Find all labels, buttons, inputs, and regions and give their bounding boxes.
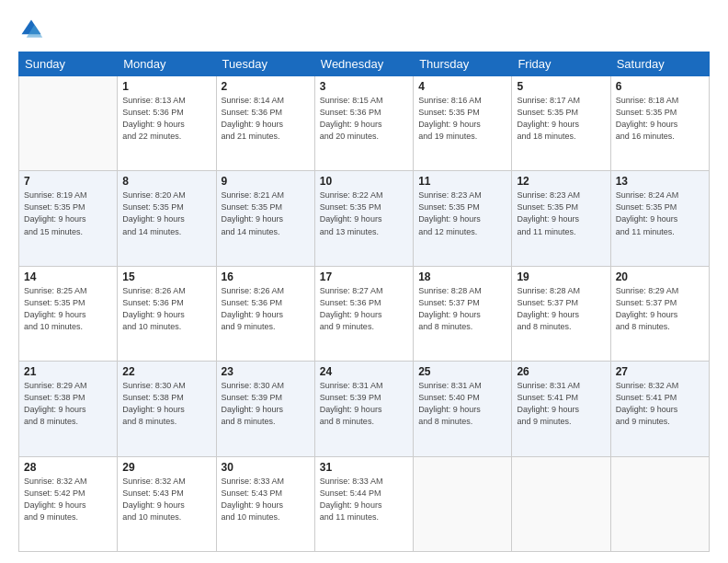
calendar-cell: 3Sunrise: 8:15 AM Sunset: 5:36 PM Daylig…: [314, 76, 413, 171]
calendar-week-row: 14Sunrise: 8:25 AM Sunset: 5:35 PM Dayli…: [19, 266, 710, 361]
calendar-week-row: 7Sunrise: 8:19 AM Sunset: 5:35 PM Daylig…: [19, 171, 710, 266]
calendar-cell: 26Sunrise: 8:31 AM Sunset: 5:41 PM Dayli…: [512, 362, 610, 456]
day-number: 28: [24, 461, 112, 474]
day-info: Sunrise: 8:30 AM Sunset: 5:39 PM Dayligh…: [222, 380, 310, 428]
calendar-cell: 21Sunrise: 8:29 AM Sunset: 5:38 PM Dayli…: [19, 362, 118, 456]
day-number: 5: [517, 80, 605, 93]
calendar-cell: 18Sunrise: 8:28 AM Sunset: 5:37 PM Dayli…: [414, 266, 512, 361]
day-info: Sunrise: 8:18 AM Sunset: 5:35 PM Dayligh…: [616, 95, 704, 143]
day-number: 20: [616, 270, 704, 283]
day-number: 3: [320, 80, 408, 93]
day-number: 22: [122, 365, 210, 378]
calendar-header-sunday: Sunday: [19, 52, 118, 76]
calendar-week-row: 28Sunrise: 8:32 AM Sunset: 5:42 PM Dayli…: [19, 456, 710, 551]
day-number: 23: [222, 365, 310, 378]
day-info: Sunrise: 8:33 AM Sunset: 5:44 PM Dayligh…: [320, 476, 408, 523]
calendar-week-row: 1Sunrise: 8:13 AM Sunset: 5:36 PM Daylig…: [19, 76, 710, 171]
day-number: 11: [418, 175, 506, 188]
calendar-cell: 24Sunrise: 8:31 AM Sunset: 5:39 PM Dayli…: [314, 362, 413, 456]
calendar-cell: 27Sunrise: 8:32 AM Sunset: 5:41 PM Dayli…: [610, 362, 709, 456]
calendar-week-row: 21Sunrise: 8:29 AM Sunset: 5:38 PM Dayli…: [19, 362, 710, 456]
calendar-cell: 13Sunrise: 8:24 AM Sunset: 5:35 PM Dayli…: [610, 171, 709, 266]
day-number: 4: [418, 80, 506, 93]
day-info: Sunrise: 8:26 AM Sunset: 5:36 PM Dayligh…: [122, 285, 210, 333]
day-number: 16: [222, 270, 310, 283]
day-info: Sunrise: 8:13 AM Sunset: 5:36 PM Dayligh…: [122, 95, 210, 143]
calendar-cell: 31Sunrise: 8:33 AM Sunset: 5:44 PM Dayli…: [314, 456, 413, 551]
calendar-cell: 15Sunrise: 8:26 AM Sunset: 5:36 PM Dayli…: [118, 266, 216, 361]
calendar-cell: 29Sunrise: 8:32 AM Sunset: 5:43 PM Dayli…: [118, 456, 216, 551]
calendar-cell: 30Sunrise: 8:33 AM Sunset: 5:43 PM Dayli…: [216, 456, 314, 551]
day-number: 24: [320, 365, 408, 378]
day-info: Sunrise: 8:24 AM Sunset: 5:35 PM Dayligh…: [616, 190, 704, 237]
calendar-cell: 14Sunrise: 8:25 AM Sunset: 5:35 PM Dayli…: [19, 266, 118, 361]
calendar-cell: 25Sunrise: 8:31 AM Sunset: 5:40 PM Dayli…: [414, 362, 512, 456]
calendar-header-thursday: Thursday: [414, 52, 512, 76]
day-info: Sunrise: 8:32 AM Sunset: 5:43 PM Dayligh…: [122, 476, 210, 523]
day-number: 29: [122, 461, 210, 474]
day-info: Sunrise: 8:25 AM Sunset: 5:35 PM Dayligh…: [24, 285, 112, 333]
logo-icon: [18, 17, 44, 42]
day-info: Sunrise: 8:31 AM Sunset: 5:40 PM Dayligh…: [418, 380, 506, 428]
calendar-header-friday: Friday: [512, 52, 610, 76]
calendar-cell: 7Sunrise: 8:19 AM Sunset: 5:35 PM Daylig…: [19, 171, 118, 266]
day-info: Sunrise: 8:23 AM Sunset: 5:35 PM Dayligh…: [418, 190, 506, 237]
day-info: Sunrise: 8:15 AM Sunset: 5:36 PM Dayligh…: [320, 95, 408, 143]
day-info: Sunrise: 8:33 AM Sunset: 5:43 PM Dayligh…: [222, 476, 310, 523]
day-info: Sunrise: 8:19 AM Sunset: 5:35 PM Dayligh…: [24, 190, 112, 237]
day-number: 26: [517, 365, 605, 378]
day-number: 17: [320, 270, 408, 283]
calendar-cell: 1Sunrise: 8:13 AM Sunset: 5:36 PM Daylig…: [118, 76, 216, 171]
calendar-cell: 28Sunrise: 8:32 AM Sunset: 5:42 PM Dayli…: [19, 456, 118, 551]
day-info: Sunrise: 8:28 AM Sunset: 5:37 PM Dayligh…: [418, 285, 506, 333]
day-info: Sunrise: 8:27 AM Sunset: 5:36 PM Dayligh…: [320, 285, 408, 333]
calendar-cell: 5Sunrise: 8:17 AM Sunset: 5:35 PM Daylig…: [512, 76, 610, 171]
calendar-cell: 16Sunrise: 8:26 AM Sunset: 5:36 PM Dayli…: [216, 266, 314, 361]
day-info: Sunrise: 8:26 AM Sunset: 5:36 PM Dayligh…: [222, 285, 310, 333]
day-info: Sunrise: 8:21 AM Sunset: 5:35 PM Dayligh…: [222, 190, 310, 237]
day-number: 1: [122, 80, 210, 93]
day-number: 21: [24, 365, 112, 378]
calendar-cell: 19Sunrise: 8:28 AM Sunset: 5:37 PM Dayli…: [512, 266, 610, 361]
day-number: 27: [616, 365, 704, 378]
day-info: Sunrise: 8:22 AM Sunset: 5:35 PM Dayligh…: [320, 190, 408, 237]
calendar-cell: 6Sunrise: 8:18 AM Sunset: 5:35 PM Daylig…: [610, 76, 709, 171]
day-number: 10: [320, 175, 408, 188]
calendar-cell: 11Sunrise: 8:23 AM Sunset: 5:35 PM Dayli…: [414, 171, 512, 266]
day-number: 14: [24, 270, 112, 283]
day-info: Sunrise: 8:20 AM Sunset: 5:35 PM Dayligh…: [122, 190, 210, 237]
day-info: Sunrise: 8:23 AM Sunset: 5:35 PM Dayligh…: [517, 190, 605, 237]
calendar-cell: 20Sunrise: 8:29 AM Sunset: 5:37 PM Dayli…: [610, 266, 709, 361]
calendar-header-saturday: Saturday: [610, 52, 709, 76]
calendar-cell: 2Sunrise: 8:14 AM Sunset: 5:36 PM Daylig…: [216, 76, 314, 171]
calendar-cell: 17Sunrise: 8:27 AM Sunset: 5:36 PM Dayli…: [314, 266, 413, 361]
header: [18, 17, 710, 42]
day-number: 2: [222, 80, 310, 93]
calendar-header-tuesday: Tuesday: [216, 52, 314, 76]
day-info: Sunrise: 8:28 AM Sunset: 5:37 PM Dayligh…: [517, 285, 605, 333]
day-info: Sunrise: 8:30 AM Sunset: 5:38 PM Dayligh…: [122, 380, 210, 428]
day-number: 30: [222, 461, 310, 474]
day-info: Sunrise: 8:32 AM Sunset: 5:41 PM Dayligh…: [616, 380, 704, 428]
day-info: Sunrise: 8:14 AM Sunset: 5:36 PM Dayligh…: [222, 95, 310, 143]
day-number: 31: [320, 461, 408, 474]
day-info: Sunrise: 8:29 AM Sunset: 5:37 PM Dayligh…: [616, 285, 704, 333]
calendar-cell: 4Sunrise: 8:16 AM Sunset: 5:35 PM Daylig…: [414, 76, 512, 171]
day-number: 7: [24, 175, 112, 188]
calendar-cell: 8Sunrise: 8:20 AM Sunset: 5:35 PM Daylig…: [118, 171, 216, 266]
calendar-cell: 23Sunrise: 8:30 AM Sunset: 5:39 PM Dayli…: [216, 362, 314, 456]
calendar-header-monday: Monday: [118, 52, 216, 76]
calendar-cell: [414, 456, 512, 551]
day-info: Sunrise: 8:32 AM Sunset: 5:42 PM Dayligh…: [24, 476, 112, 523]
calendar-cell: 10Sunrise: 8:22 AM Sunset: 5:35 PM Dayli…: [314, 171, 413, 266]
day-info: Sunrise: 8:16 AM Sunset: 5:35 PM Dayligh…: [418, 95, 506, 143]
day-number: 9: [222, 175, 310, 188]
calendar-cell: 9Sunrise: 8:21 AM Sunset: 5:35 PM Daylig…: [216, 171, 314, 266]
day-number: 15: [122, 270, 210, 283]
day-number: 6: [616, 80, 704, 93]
day-number: 12: [517, 175, 605, 188]
day-number: 19: [517, 270, 605, 283]
day-info: Sunrise: 8:29 AM Sunset: 5:38 PM Dayligh…: [24, 380, 112, 428]
day-number: 13: [616, 175, 704, 188]
calendar-header-wednesday: Wednesday: [314, 52, 413, 76]
